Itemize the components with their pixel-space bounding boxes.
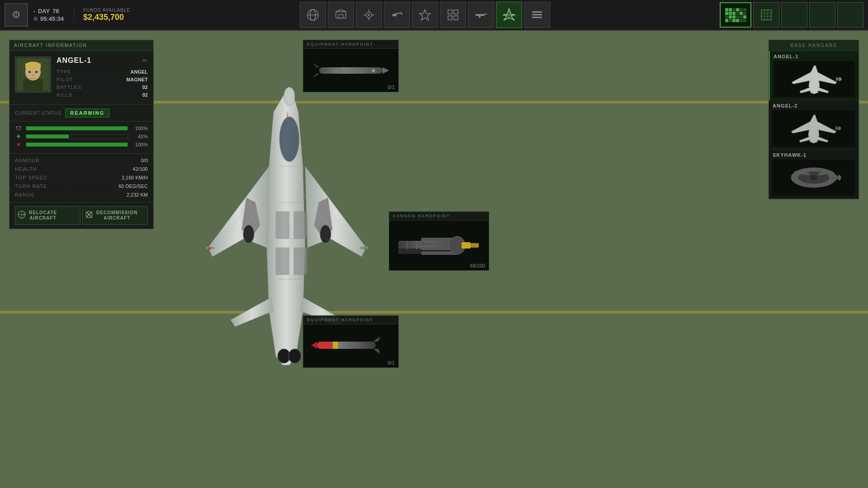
nav-list-button[interactable] bbox=[524, 2, 550, 28]
hangars-header: BASE HANGARS bbox=[769, 40, 859, 51]
map-button[interactable] bbox=[753, 2, 779, 28]
hangar-item-skyhawk1[interactable]: SKYHAWK-1 bbox=[769, 150, 859, 199]
health-icon: ✚ bbox=[15, 133, 22, 140]
armour-value: 0/0 bbox=[141, 158, 148, 163]
edit-button[interactable]: ✏ bbox=[142, 57, 148, 64]
svg-rect-83 bbox=[398, 249, 421, 254]
svg-rect-54 bbox=[276, 248, 289, 275]
skyhawk1-thumbnail bbox=[787, 162, 841, 193]
svg-rect-53 bbox=[294, 211, 307, 239]
svg-rect-19 bbox=[476, 14, 485, 16]
battles-value: 02 bbox=[142, 84, 148, 90]
settings-button[interactable]: ⚙ bbox=[5, 3, 28, 27]
hangar-aircraft-angel2 bbox=[773, 110, 855, 146]
nav-hangar-button[interactable] bbox=[328, 2, 354, 28]
svg-rect-32 bbox=[23, 79, 43, 91]
svg-point-101 bbox=[810, 175, 817, 180]
cannon-hardpoint[interactable]: CANNON HARDPOINT bbox=[389, 211, 489, 271]
decommission-icon bbox=[85, 210, 94, 221]
health-pct: 42% bbox=[132, 134, 148, 139]
armour-row: ARMOUR 0/0 bbox=[15, 156, 148, 165]
kills-row: KILLS 02 bbox=[57, 91, 148, 99]
nav-tech-button[interactable] bbox=[356, 2, 382, 28]
day-info: ▪ DAY 76 ⊙ 05:45:34 bbox=[33, 8, 64, 22]
svg-rect-55 bbox=[294, 248, 307, 275]
bars-section: 🛡 100% ✚ 42% ✕ 100% bbox=[9, 122, 153, 154]
svg-marker-69 bbox=[312, 63, 319, 67]
type-label: TYPE bbox=[57, 69, 71, 75]
equipment2-count: 0/1 bbox=[388, 360, 395, 366]
tech-icon bbox=[362, 8, 376, 22]
ammo-icon: ✕ bbox=[15, 141, 22, 148]
armour-label: ARMOUR bbox=[15, 158, 40, 163]
svg-rect-26 bbox=[761, 10, 771, 20]
nav-extra2[interactable] bbox=[809, 2, 835, 28]
kills-label: KILLS bbox=[57, 92, 72, 98]
map-icon bbox=[760, 9, 773, 21]
base-hangars-panel: BASE HANGARS ANGEL-1 ANGEL-2 bbox=[769, 40, 859, 199]
equipment2-weapon-svg bbox=[310, 328, 392, 364]
ammo-bar-track bbox=[26, 142, 128, 147]
nav-aircraft-button[interactable] bbox=[496, 2, 522, 28]
hangar-item-angel1[interactable]: ANGEL-1 bbox=[769, 51, 859, 100]
minimap-button[interactable] bbox=[720, 2, 751, 28]
svg-point-45 bbox=[243, 225, 254, 243]
pilot-value: MAGNET bbox=[126, 77, 148, 82]
decommission-aircraft-button[interactable]: DECOMMISSIONAIRCRAFT bbox=[82, 206, 148, 225]
stats-section: ARMOUR 0/0 HEALTH 42/100 TOP SPEED 2,160… bbox=[9, 154, 153, 202]
pilot-face-svg bbox=[17, 58, 49, 91]
equipment-hardpoint-2[interactable]: EQUIPMENT HARDPOINT bbox=[303, 315, 399, 368]
svg-rect-81 bbox=[462, 242, 471, 249]
svg-rect-15 bbox=[448, 10, 452, 14]
grid-icon bbox=[446, 8, 460, 22]
pilot-label: PILOT bbox=[57, 77, 73, 82]
relocate-aircraft-button[interactable]: RELOCATEAIRCRAFT bbox=[15, 206, 80, 225]
svg-rect-21 bbox=[479, 16, 481, 18]
cannon-count: 68/100 bbox=[470, 263, 485, 268]
nav-globe-button[interactable] bbox=[300, 2, 326, 28]
svg-point-6 bbox=[368, 14, 370, 16]
clock-icon: ⊙ bbox=[33, 16, 38, 22]
hangar-icon bbox=[334, 8, 348, 22]
range-label: RANGE bbox=[15, 192, 35, 197]
status-section: CURRENT STATUS REARMING bbox=[9, 105, 153, 122]
nav-rifle-button[interactable] bbox=[468, 2, 494, 28]
pilot-avatar bbox=[15, 56, 51, 93]
cannon-label: CANNON HARDPOINT bbox=[389, 212, 489, 221]
rank-icon bbox=[418, 8, 432, 22]
ammo-bar-fill bbox=[26, 143, 127, 146]
relocate-label: RELOCATEAIRCRAFT bbox=[29, 210, 57, 221]
nav-rank-button[interactable] bbox=[412, 2, 438, 28]
svg-point-36 bbox=[28, 71, 31, 73]
aircraft-name: ANGEL-1 bbox=[57, 56, 91, 65]
topbar: ⚙ ▪ DAY 76 ⊙ 05:45:34 FUNDS AVAILABLE $2… bbox=[0, 0, 868, 31]
hangar-aircraft-angel1 bbox=[774, 61, 855, 97]
nav-grid-button[interactable] bbox=[440, 2, 466, 28]
health-bar-row: ✚ 42% bbox=[15, 133, 148, 140]
svg-rect-87 bbox=[317, 342, 333, 349]
svg-rect-4 bbox=[339, 14, 343, 18]
nav-weapon-button[interactable] bbox=[384, 2, 410, 28]
svg-rect-35 bbox=[25, 63, 41, 68]
weapon-icon bbox=[390, 8, 404, 22]
health-bar-track bbox=[26, 134, 128, 139]
kills-value: 02 bbox=[142, 92, 148, 98]
health-stat-row: HEALTH 42/100 bbox=[15, 165, 148, 174]
topspeed-value: 2,160 KM/H bbox=[122, 175, 148, 180]
aircraft-identity: ANGEL-1 ✏ TYPE ANGEL PILOT MAGNET BATTLE… bbox=[9, 51, 153, 105]
svg-rect-20 bbox=[485, 14, 487, 14]
runway-line-2 bbox=[0, 311, 868, 314]
pilot-row: PILOT MAGNET bbox=[57, 76, 148, 84]
panel-header: AIRCRAFT INFORMATION bbox=[9, 40, 153, 51]
equipment-hardpoint-1[interactable]: EQUIPMENT HARDPOINT bbox=[303, 40, 399, 92]
svg-rect-16 bbox=[454, 10, 458, 14]
day-value: 76 bbox=[52, 8, 59, 14]
nav-extra1[interactable] bbox=[781, 2, 807, 28]
hangar-item-angel2[interactable]: ANGEL-2 bbox=[769, 100, 859, 150]
right-nav bbox=[720, 2, 868, 28]
nav-extra3[interactable] bbox=[837, 2, 863, 28]
turnrate-label: TURN RATE bbox=[15, 183, 47, 189]
shield-bar-row: 🛡 100% bbox=[15, 125, 148, 131]
nav-icons bbox=[130, 2, 720, 28]
svg-marker-14 bbox=[420, 9, 430, 20]
